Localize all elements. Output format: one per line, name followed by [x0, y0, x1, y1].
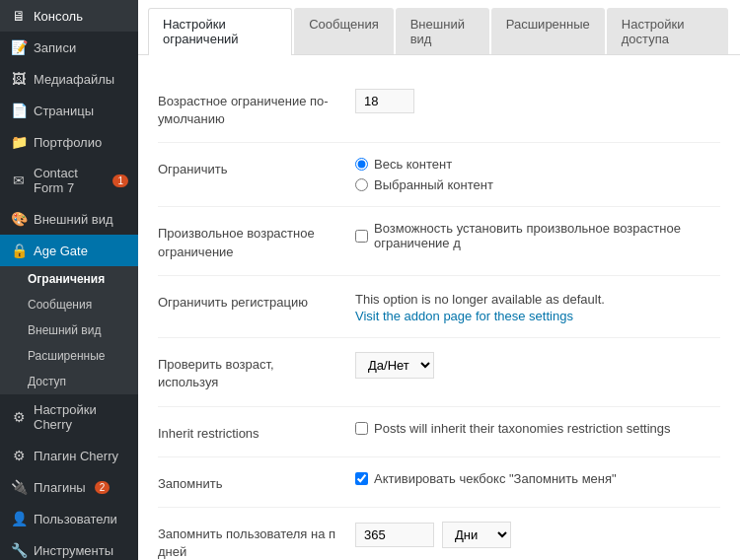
form-row-remember-days: Запомнить пользователя на п днейДниЧасы — [158, 508, 720, 560]
radio-option-1[interactable]: Выбранный контент — [355, 177, 720, 192]
sidebar-item-console[interactable]: 🖥Консоль — [0, 0, 138, 32]
form-control-check-age: Да/НетГодДата — [355, 352, 720, 379]
notice-text-restrict-registration: This option is no longer available as de… — [355, 290, 720, 310]
radio-input-1[interactable] — [355, 178, 368, 191]
content-area: Возрастное ограничение по-умолчаниюОгран… — [138, 55, 740, 560]
form-label-remember-days: Запомнить пользователя на п дней — [158, 522, 355, 560]
sidebar-item-contact-form[interactable]: ✉Contact Form 71 — [0, 158, 138, 203]
sidebar-label-users: Пользователи — [34, 512, 117, 526]
tab-messages[interactable]: Сообщения — [294, 8, 394, 54]
sidebar-item-plugins[interactable]: 🔌Плагины2 — [0, 471, 138, 503]
sidebar-item-cherry-plugin[interactable]: ⚙Плагин Cherry — [0, 440, 138, 471]
checkbox-input-custom-age[interactable] — [355, 230, 368, 243]
select-check-age[interactable]: Да/НетГодДата — [355, 352, 434, 379]
radio-label-0: Весь контент — [374, 157, 452, 172]
checkbox-input-remember[interactable] — [355, 472, 368, 485]
sidebar-sub-restrictions[interactable]: Ограничения — [0, 266, 138, 292]
sidebar-label-pages: Страницы — [34, 104, 94, 118]
sidebar-label-plugins: Плагины — [34, 480, 86, 495]
users-icon: 👤 — [10, 511, 28, 526]
form-control-default-age — [355, 89, 720, 113]
sidebar-label-portfolio: Портфолио — [34, 135, 102, 150]
sidebar-sub-access[interactable]: Доступ — [0, 369, 138, 394]
sidebar-item-appearance[interactable]: 🎨Внешний вид — [0, 203, 138, 235]
console-icon: 🖥 — [10, 8, 28, 24]
sidebar-item-cherry-settings[interactable]: ⚙Настройки Cherry — [0, 394, 138, 440]
checkbox-label-inherit: Posts will inherit their taxonomies rest… — [374, 421, 671, 436]
sidebar-label-cherry-plugin: Плагин Cherry — [34, 449, 118, 463]
sidebar-item-portfolio[interactable]: 📁Портфолио — [0, 126, 138, 158]
sidebar-label-posts: Записи — [34, 40, 76, 55]
form-control-restrict: Весь контентВыбранный контент — [355, 157, 720, 192]
form-label-restrict: Ограничить — [158, 157, 355, 178]
sidebar-label-appearance: Внешний вид — [34, 212, 113, 227]
sidebar-item-media[interactable]: 🖼Медиафайлы — [0, 63, 138, 95]
checkbox-item-inherit[interactable]: Posts will inherit their taxonomies rest… — [355, 421, 720, 436]
portfolio-icon: 📁 — [10, 134, 28, 150]
age-gate-icon: 🔒 — [10, 243, 28, 258]
sidebar-label-cherry-settings: Настройки Cherry — [34, 402, 128, 432]
form-row-check-age: Проверить возраст,используяДа/НетГодДата — [158, 338, 720, 406]
sidebar-item-tools[interactable]: 🔧Инструменты — [0, 534, 138, 560]
appearance-icon: 🎨 — [10, 211, 28, 227]
sidebar-sub-advanced[interactable]: Расширенные — [0, 343, 138, 369]
radio-input-0[interactable] — [355, 158, 368, 171]
sidebar-label-media: Медиафайлы — [34, 72, 114, 87]
sidebar-sub-messages[interactable]: Сообщения — [0, 292, 138, 317]
form-control-custom-age: Возможность установить произвольное возр… — [355, 221, 720, 250]
tools-icon: 🔧 — [10, 542, 28, 558]
radio-group-restrict: Весь контентВыбранный контент — [355, 157, 720, 192]
form-label-custom-age: Произвольное возрастное ограничение — [158, 221, 355, 260]
cherry-plugin-icon: ⚙ — [10, 448, 28, 463]
notice-link-restrict-registration[interactable]: Visit the addon page for these settings — [355, 309, 573, 323]
badge-plugins: 2 — [95, 481, 111, 494]
checkbox-label-custom-age: Возможность установить произвольное возр… — [374, 221, 720, 250]
posts-icon: 📝 — [10, 39, 28, 55]
pages-icon: 📄 — [10, 103, 28, 118]
sidebar-label-contact-form: Contact Form 7 — [34, 166, 104, 195]
sidebar-item-age-gate[interactable]: 🔒Age Gate — [0, 235, 138, 266]
form-label-inherit: Inherit restrictions — [158, 421, 355, 443]
form-control-remember-days: ДниЧасы — [355, 522, 720, 548]
form-row-custom-age: Произвольное возрастное ограничениеВозмо… — [158, 207, 720, 275]
sidebar-label-console: Консоль — [34, 9, 83, 24]
sidebar-item-users[interactable]: 👤Пользователи — [0, 503, 138, 534]
input-remember-days[interactable] — [355, 523, 434, 547]
tab-advanced[interactable]: Расширенные — [491, 8, 605, 54]
form-row-default-age: Возрастное ограничение по-умолчанию — [158, 75, 720, 143]
checkbox-item-custom-age[interactable]: Возможность установить произвольное возр… — [355, 221, 720, 250]
form-label-check-age: Проверить возраст,используя — [158, 352, 355, 391]
form-label-remember: Запомнить — [158, 471, 355, 493]
checkbox-label-remember: Активировать чекбокс "Запомнить меня" — [374, 471, 617, 486]
badge-contact-form: 1 — [112, 175, 128, 187]
form-control-remember: Активировать чекбокс "Запомнить меня" — [355, 471, 720, 486]
checkbox-input-inherit[interactable] — [355, 422, 368, 435]
tab-appearance[interactable]: Внешний вид — [396, 8, 489, 54]
sidebar-sub-appearance[interactable]: Внешний вид — [0, 317, 138, 343]
form-row-remember: ЗапомнитьАктивировать чекбокс "Запомнить… — [158, 457, 720, 508]
inline-flex-remember-days: ДниЧасы — [355, 522, 720, 548]
sidebar-submenu-age-gate: ОграниченияСообщенияВнешний видРасширенн… — [0, 266, 138, 394]
form-label-restrict-registration: Ограничить регистрацию — [158, 290, 355, 312]
input-default-age[interactable] — [355, 89, 414, 113]
sidebar-label-tools: Инструменты — [34, 543, 113, 558]
sidebar-label-age-gate: Age Gate — [34, 244, 88, 258]
radio-label-1: Выбранный контент — [374, 177, 493, 192]
form-row-restrict-registration: Ограничить регистрациюThis option is no … — [158, 276, 720, 339]
sidebar-item-posts[interactable]: 📝Записи — [0, 32, 138, 63]
tab-access[interactable]: Настройки доступа — [607, 8, 728, 54]
form-row-inherit: Inherit restrictionsPosts will inherit t… — [158, 407, 720, 457]
form-control-restrict-registration: This option is no longer available as de… — [355, 290, 720, 324]
contact-form-icon: ✉ — [10, 173, 28, 188]
cherry-settings-icon: ⚙ — [10, 409, 28, 425]
radio-option-0[interactable]: Весь контент — [355, 157, 720, 172]
media-icon: 🖼 — [10, 71, 28, 87]
unit-select-remember-days[interactable]: ДниЧасы — [442, 522, 511, 548]
sidebar-item-pages[interactable]: 📄Страницы — [0, 95, 138, 126]
tabs-bar: Настройки ограниченийСообщенияВнешний ви… — [138, 0, 740, 55]
checkbox-item-remember[interactable]: Активировать чекбокс "Запомнить меня" — [355, 471, 720, 486]
tab-restrictions[interactable]: Настройки ограничений — [148, 8, 292, 55]
form-label-default-age: Возрастное ограничение по-умолчанию — [158, 89, 355, 128]
sidebar: 🖥Консоль📝Записи🖼Медиафайлы📄Страницы📁Порт… — [0, 0, 138, 560]
form-row-restrict: ОграничитьВесь контентВыбранный контент — [158, 143, 720, 207]
